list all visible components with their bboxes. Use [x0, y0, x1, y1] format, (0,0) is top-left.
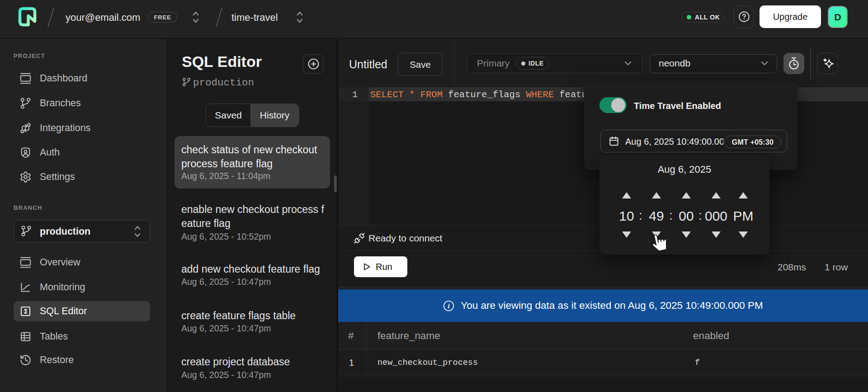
svg-text:i: i [448, 302, 450, 310]
